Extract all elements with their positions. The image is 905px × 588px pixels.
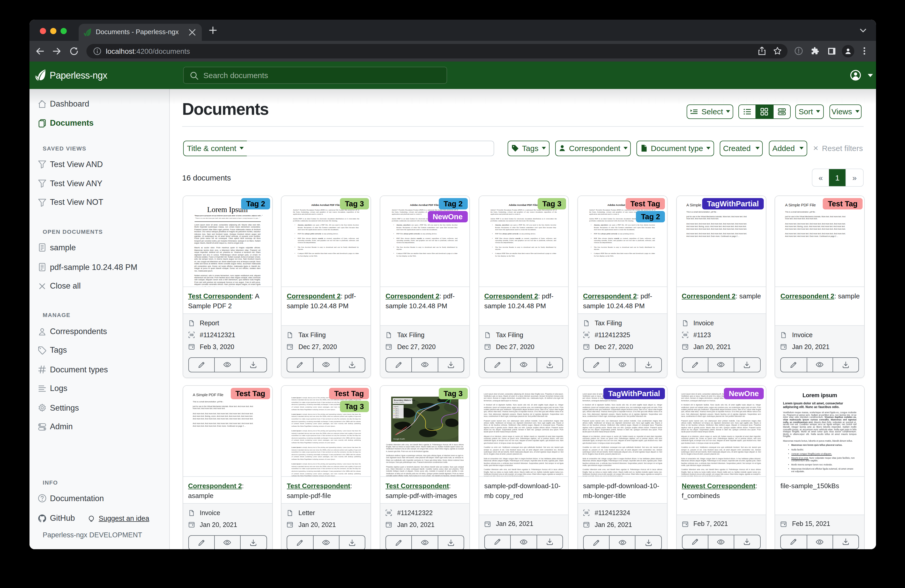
svg-text:Legend: Legend (394, 406, 399, 407)
svg-text:Day 1: Day 1 (395, 408, 399, 409)
svg-text:Day 2: Day 2 (395, 410, 399, 411)
svg-text:16 days in BWCA: 16 days in BWCA (394, 402, 404, 403)
svg-text:Day 3: Day 3 (395, 411, 399, 413)
svg-text:Google Earth: Google Earth (393, 438, 405, 440)
svg-text:Boundary Waters Trip: Boundary Waters Trip (394, 399, 415, 401)
svg-text:Day 5: Day 5 (395, 415, 399, 416)
svg-text:Day 4: Day 4 (395, 413, 399, 415)
svg-text:Day 6: Day 6 (395, 417, 399, 418)
